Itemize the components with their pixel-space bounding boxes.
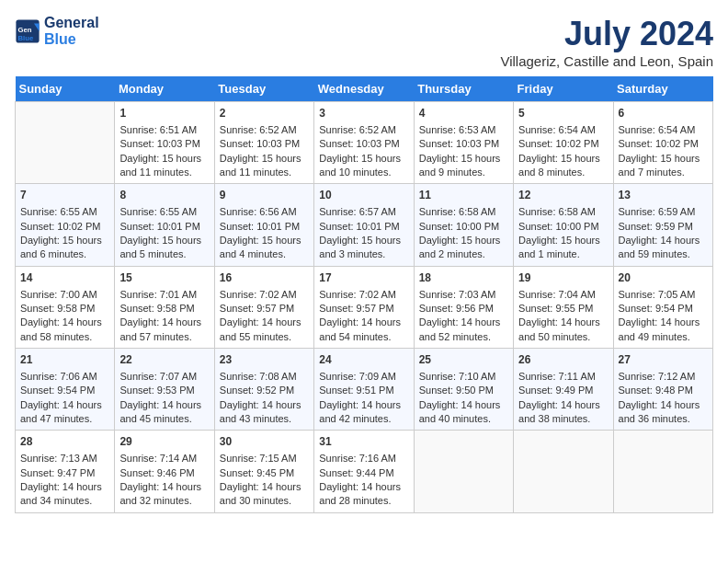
calendar-cell: 23Sunrise: 7:08 AMSunset: 9:52 PMDayligh… <box>214 349 313 431</box>
calendar-cell: 7Sunrise: 6:55 AMSunset: 10:02 PMDayligh… <box>16 184 115 266</box>
day-number: 20 <box>619 270 708 286</box>
cell-content-line: Daylight: 15 hours <box>518 234 608 247</box>
day-number: 10 <box>319 188 408 203</box>
cell-content-line: Daylight: 14 hours <box>20 398 109 412</box>
day-number: 31 <box>319 434 408 450</box>
calendar-cell: 10Sunrise: 6:57 AMSunset: 10:01 PMDaylig… <box>314 184 414 266</box>
day-number: 16 <box>220 270 309 286</box>
cell-content-line: Daylight: 14 hours <box>619 316 708 329</box>
title-area: July 2024 Villageriz, Castille and Leon,… <box>500 15 713 69</box>
cell-content-line: Sunrise: 7:16 AM <box>319 452 408 465</box>
cell-content-line: Daylight: 14 hours <box>220 480 309 494</box>
logo-icon: Gen Blue <box>15 18 40 44</box>
svg-text:Gen: Gen <box>18 26 32 34</box>
cell-content-line: Daylight: 14 hours <box>419 398 508 412</box>
calendar-cell: 27Sunrise: 7:12 AMSunset: 9:48 PMDayligh… <box>613 349 712 431</box>
calendar-cell: 4Sunrise: 6:53 AMSunset: 10:03 PMDayligh… <box>414 102 513 184</box>
calendar-cell: 8Sunrise: 6:55 AMSunset: 10:01 PMDayligh… <box>115 184 214 266</box>
day-number: 1 <box>119 106 209 121</box>
day-header-wednesday: Wednesday <box>314 76 414 102</box>
cell-content-line: and 11 minutes. <box>220 166 309 179</box>
cell-content-line: Daylight: 15 hours <box>20 234 109 247</box>
cell-content-line: Daylight: 14 hours <box>419 316 508 329</box>
calendar-cell: 14Sunrise: 7:00 AMSunset: 9:58 PMDayligh… <box>16 266 115 348</box>
cell-content-line: Daylight: 15 hours <box>220 152 309 166</box>
cell-content-line: and 50 minutes. <box>518 330 608 344</box>
cell-content-line: and 7 minutes. <box>619 166 708 179</box>
calendar-cell: 6Sunrise: 6:54 AMSunset: 10:02 PMDayligh… <box>613 102 712 184</box>
cell-content-line: Sunset: 9:45 PM <box>220 466 309 480</box>
cell-content-line: Sunrise: 7:15 AM <box>220 452 309 465</box>
cell-content-line: Sunset: 9:58 PM <box>119 302 209 316</box>
cell-content-line: and 28 minutes. <box>319 494 408 508</box>
cell-content-line: and 9 minutes. <box>419 166 508 179</box>
cell-content-line: Sunset: 9:52 PM <box>220 384 309 397</box>
cell-content-line: and 49 minutes. <box>619 330 708 344</box>
calendar-cell: 19Sunrise: 7:04 AMSunset: 9:55 PMDayligh… <box>514 266 613 348</box>
cell-content-line: Sunrise: 7:07 AM <box>119 370 209 384</box>
cell-content-line: Sunrise: 7:03 AM <box>419 288 508 302</box>
cell-content-line: Sunrise: 6:53 AM <box>419 123 508 137</box>
cell-content-line: Sunset: 9:48 PM <box>619 384 708 397</box>
cell-content-line: and 52 minutes. <box>419 330 508 344</box>
cell-content-line: Daylight: 15 hours <box>319 152 408 166</box>
cell-content-line: Sunset: 10:02 PM <box>20 220 109 234</box>
day-header-saturday: Saturday <box>613 76 712 102</box>
cell-content-line: Sunset: 10:02 PM <box>518 137 608 151</box>
calendar-cell: 20Sunrise: 7:05 AMSunset: 9:54 PMDayligh… <box>613 266 712 348</box>
cell-content-line: Sunrise: 6:59 AM <box>619 205 708 219</box>
day-number: 8 <box>119 188 209 203</box>
day-number: 12 <box>518 188 608 203</box>
cell-content-line: Sunrise: 7:04 AM <box>518 288 608 302</box>
calendar-cell: 13Sunrise: 6:59 AMSunset: 9:59 PMDayligh… <box>613 184 712 266</box>
day-header-monday: Monday <box>115 76 214 102</box>
day-number: 29 <box>119 434 209 450</box>
logo-text-line2: Blue <box>44 31 99 48</box>
cell-content-line: Sunset: 10:01 PM <box>119 220 209 234</box>
cell-content-line: Sunset: 9:51 PM <box>319 384 408 397</box>
cell-content-line: Daylight: 14 hours <box>319 480 408 494</box>
day-number: 2 <box>220 106 309 121</box>
cell-content-line: and 42 minutes. <box>319 412 408 426</box>
cell-content-line: Sunset: 9:56 PM <box>419 302 508 316</box>
cell-content-line: Sunset: 9:58 PM <box>20 302 109 316</box>
cell-content-line: and 30 minutes. <box>220 494 309 508</box>
cell-content-line: Daylight: 14 hours <box>20 480 109 494</box>
day-number: 9 <box>220 188 309 203</box>
logo: Gen Blue General Blue <box>15 15 99 47</box>
cell-content-line: Sunset: 9:53 PM <box>119 384 209 397</box>
cell-content-line: Sunset: 10:02 PM <box>619 137 708 151</box>
cell-content-line: Daylight: 14 hours <box>619 398 708 412</box>
calendar-cell: 9Sunrise: 6:56 AMSunset: 10:01 PMDayligh… <box>214 184 313 266</box>
calendar-cell: 26Sunrise: 7:11 AMSunset: 9:49 PMDayligh… <box>514 349 613 431</box>
cell-content-line: Sunset: 10:03 PM <box>220 137 309 151</box>
calendar-cell: 11Sunrise: 6:58 AMSunset: 10:00 PMDaylig… <box>414 184 513 266</box>
cell-content-line: Daylight: 14 hours <box>20 316 109 329</box>
day-header-friday: Friday <box>514 76 613 102</box>
cell-content-line: and 3 minutes. <box>319 247 408 261</box>
cell-content-line: Sunrise: 7:01 AM <box>119 288 209 302</box>
cell-content-line: Sunrise: 7:14 AM <box>119 452 209 465</box>
day-number: 26 <box>518 352 608 368</box>
cell-content-line: Sunset: 9:55 PM <box>518 302 608 316</box>
cell-content-line: Daylight: 14 hours <box>119 398 209 412</box>
calendar-cell: 31Sunrise: 7:16 AMSunset: 9:44 PMDayligh… <box>314 431 414 512</box>
day-number: 11 <box>419 188 508 203</box>
cell-content-line: Sunrise: 6:56 AM <box>220 205 309 219</box>
calendar-table: SundayMondayTuesdayWednesdayThursdayFrid… <box>15 76 713 513</box>
cell-content-line: and 6 minutes. <box>20 247 109 261</box>
cell-content-line: and 4 minutes. <box>220 247 309 261</box>
cell-content-line: Sunset: 10:03 PM <box>419 137 508 151</box>
cell-content-line: Sunrise: 6:55 AM <box>20 205 109 219</box>
calendar-cell: 28Sunrise: 7:13 AMSunset: 9:47 PMDayligh… <box>16 431 115 512</box>
calendar-cell: 30Sunrise: 7:15 AMSunset: 9:45 PMDayligh… <box>214 431 313 512</box>
calendar-week-row: 7Sunrise: 6:55 AMSunset: 10:02 PMDayligh… <box>16 184 713 266</box>
day-number: 6 <box>619 106 708 121</box>
cell-content-line: Sunset: 10:00 PM <box>518 220 608 234</box>
cell-content-line: Sunset: 9:47 PM <box>20 466 109 480</box>
calendar-header-row: SundayMondayTuesdayWednesdayThursdayFrid… <box>16 76 713 102</box>
calendar-cell: 5Sunrise: 6:54 AMSunset: 10:02 PMDayligh… <box>514 102 613 184</box>
calendar-cell: 3Sunrise: 6:52 AMSunset: 10:03 PMDayligh… <box>314 102 414 184</box>
day-number: 14 <box>20 270 109 286</box>
day-number: 5 <box>518 106 608 121</box>
